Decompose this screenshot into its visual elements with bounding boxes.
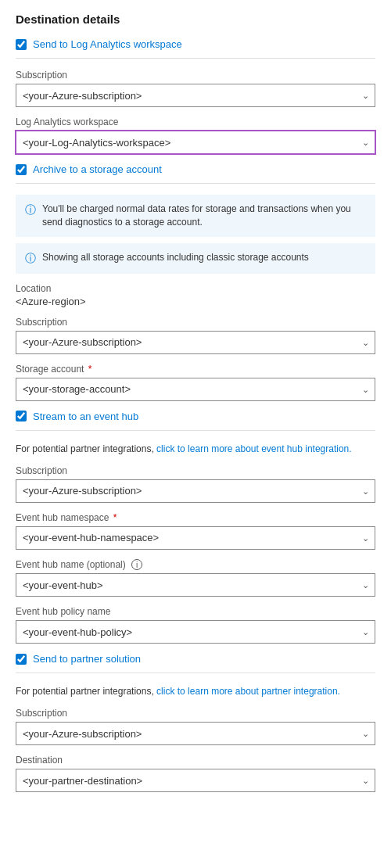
- eventhub-namespace-label: Event hub namespace *: [16, 512, 375, 523]
- log-analytics-workspace-select[interactable]: <your-Log-Analytics-workspace>: [16, 131, 375, 154]
- log-analytics-workspace-group: Log Analytics workspace <your-Log-Analyt…: [16, 117, 375, 154]
- eventhub-policy-label: Event hub policy name: [16, 606, 375, 617]
- event-hub-label: Stream to an event hub: [33, 411, 138, 422]
- eventhub-policy-select[interactable]: <your-event-hub-policy>: [16, 620, 375, 644]
- divider-2: [16, 183, 375, 184]
- storage-account-group: Storage account * <your-storage-account>…: [16, 364, 375, 401]
- log-analytics-subscription-select[interactable]: <your-Azure-subscription>: [16, 84, 375, 107]
- divider-1: [16, 58, 375, 59]
- archive-storage-checkbox[interactable]: [16, 164, 27, 175]
- eventhub-namespace-required: *: [110, 512, 117, 523]
- info-boxes-container: ⓘ You'll be charged normal data rates fo…: [16, 195, 375, 274]
- partner-destination-label: Destination: [16, 755, 375, 766]
- info-box-showing: ⓘ Showing all storage accounts including…: [16, 243, 375, 274]
- eventhub-name-label: Event hub name (optional) i: [16, 559, 375, 571]
- event-hub-integration-link[interactable]: click to learn more about event hub inte…: [156, 443, 351, 454]
- storage-account-select[interactable]: <your-storage-account>: [16, 378, 375, 401]
- log-analytics-subscription-group: Subscription <your-Azure-subscription> ⌄: [16, 70, 375, 107]
- partner-subscription-group: Subscription <your-Azure-subscription> ⌄: [16, 708, 375, 745]
- log-analytics-subscription-wrapper: <your-Azure-subscription> ⌄: [16, 84, 375, 107]
- eventhub-subscription-wrapper: <your-Azure-subscription> ⌄: [16, 479, 375, 503]
- storage-subscription-group: Subscription <your-Azure-subscription> ⌄: [16, 317, 375, 354]
- eventhub-namespace-group: Event hub namespace * <your-event-hub-na…: [16, 512, 375, 550]
- divider-4: [16, 673, 375, 673]
- eventhub-name-group: Event hub name (optional) i <your-event-…: [16, 559, 375, 597]
- page-title: Destination details: [16, 13, 375, 26]
- partner-subscription-wrapper: <your-Azure-subscription> ⌄: [16, 722, 375, 745]
- info-icon-showing: ⓘ: [25, 252, 36, 266]
- partner-destination-select[interactable]: <your-partner-destination>: [16, 769, 375, 792]
- partner-solution-checkbox-row: Send to partner solution: [16, 653, 375, 665]
- partner-solution-checkbox[interactable]: [16, 654, 27, 665]
- eventhub-name-wrapper: <your-event-hub> ⌄: [16, 573, 375, 597]
- storage-account-label: Storage account *: [16, 364, 375, 375]
- storage-subscription-select[interactable]: <your-Azure-subscription>: [16, 331, 375, 354]
- info-text-showing: Showing all storage accounts including c…: [42, 251, 309, 264]
- archive-storage-label: Archive to a storage account: [33, 163, 162, 175]
- partner-solution-link[interactable]: click to learn more about partner integr…: [156, 686, 340, 697]
- eventhub-namespace-select[interactable]: <your-event-hub-namespace>: [16, 526, 375, 550]
- partner-subscription-label: Subscription: [16, 708, 375, 719]
- location-value: <Azure-region>: [16, 296, 375, 307]
- partner-destination-group: Destination <your-partner-destination> ⌄: [16, 755, 375, 792]
- storage-subscription-wrapper: <your-Azure-subscription> ⌄: [16, 331, 375, 354]
- event-hub-checkbox-row: Stream to an event hub: [16, 411, 375, 422]
- log-analytics-label: Send to Log Analytics workspace: [33, 38, 182, 50]
- eventhub-policy-wrapper: <your-event-hub-policy> ⌄: [16, 620, 375, 644]
- log-analytics-checkbox-row: Send to Log Analytics workspace: [16, 38, 375, 50]
- info-text-charge: You'll be charged normal data rates for …: [42, 203, 366, 229]
- event-hub-checkbox[interactable]: [16, 411, 27, 421]
- eventhub-name-info-icon[interactable]: i: [131, 559, 142, 570]
- eventhub-name-select[interactable]: <your-event-hub>: [16, 573, 375, 597]
- info-icon-charge: ⓘ: [25, 203, 36, 217]
- partner-solution-info: For potential partner integrations, clic…: [16, 684, 375, 698]
- info-box-charge: ⓘ You'll be charged normal data rates fo…: [16, 195, 375, 237]
- storage-subscription-label: Subscription: [16, 317, 375, 328]
- partner-solution-label: Send to partner solution: [33, 653, 141, 665]
- event-hub-partner-info: For potential partner integrations, clic…: [16, 442, 375, 456]
- partner-subscription-select[interactable]: <your-Azure-subscription>: [16, 722, 375, 745]
- location-label: Location: [16, 283, 375, 294]
- divider-3: [16, 430, 375, 431]
- partner-destination-wrapper: <your-partner-destination> ⌄: [16, 769, 375, 792]
- eventhub-namespace-wrapper: <your-event-hub-namespace> ⌄: [16, 526, 375, 550]
- eventhub-policy-group: Event hub policy name <your-event-hub-po…: [16, 606, 375, 644]
- location-group: Location <Azure-region>: [16, 283, 375, 307]
- log-analytics-subscription-label: Subscription: [16, 70, 375, 81]
- log-analytics-workspace-wrapper: <your-Log-Analytics-workspace> ⌄: [16, 131, 375, 154]
- eventhub-subscription-group: Subscription <your-Azure-subscription> ⌄: [16, 465, 375, 503]
- log-analytics-workspace-label: Log Analytics workspace: [16, 117, 375, 127]
- log-analytics-checkbox[interactable]: [16, 39, 27, 50]
- storage-account-wrapper: <your-storage-account> ⌄: [16, 378, 375, 401]
- storage-account-required: *: [85, 364, 91, 375]
- archive-storage-checkbox-row: Archive to a storage account: [16, 163, 375, 175]
- eventhub-subscription-select[interactable]: <your-Azure-subscription>: [16, 479, 375, 503]
- eventhub-subscription-label: Subscription: [16, 465, 375, 476]
